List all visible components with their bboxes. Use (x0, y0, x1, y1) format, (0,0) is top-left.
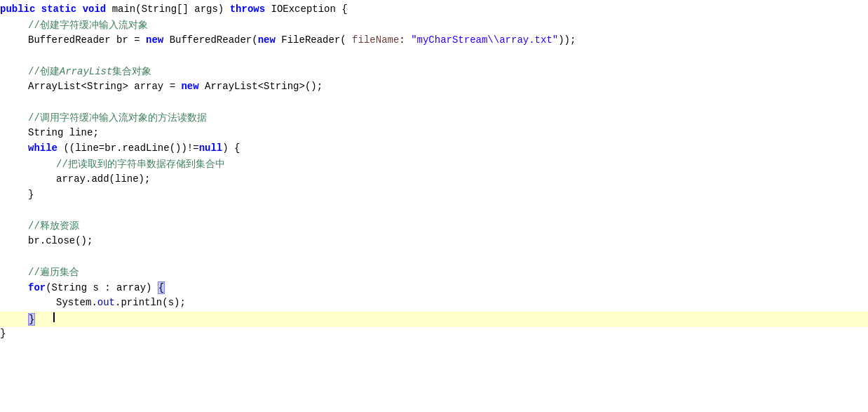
code-token: String line; (28, 127, 99, 138)
open-brace-highlight: { (158, 281, 165, 294)
code-token: public static void main(String[] args) t… (0, 4, 348, 15)
code-line: String line; (0, 126, 868, 142)
code-line: ArrayList<String> array = new ArrayList<… (0, 80, 868, 95)
code-token: .println(s); (115, 297, 186, 308)
keyword-new3: new (181, 81, 198, 92)
keyword-null: null (199, 142, 223, 154)
code-token: BufferedReader br = (28, 34, 146, 46)
code-token: System. (56, 297, 97, 308)
code-token: : (399, 34, 411, 46)
comment-token: //调用字符缓冲输入流对象的方法读数据 (28, 112, 207, 124)
code-line: } (0, 188, 868, 204)
comment-token: 集合对象 (112, 65, 151, 78)
comment-token: //创建 (28, 65, 60, 78)
keyword-static: static (41, 4, 83, 15)
code-token (35, 314, 53, 325)
code-line: } (0, 327, 868, 343)
keyword-public: public (0, 4, 41, 15)
keyword-new2: new (258, 34, 276, 46)
code-token: ) { (222, 142, 240, 154)
code-line: //创建字符缓冲输入流对象 (0, 18, 868, 34)
code-token: ArrayList<String> array = (28, 81, 181, 92)
code-token: array.add(line); (56, 173, 150, 185)
code-line-blank (0, 204, 868, 219)
code-token: FileReader( (276, 34, 346, 46)
code-line: br.close(); (0, 234, 868, 250)
comment-token: //释放资源 (28, 220, 79, 232)
code-line: System.out.println(s); (0, 296, 868, 312)
code-token: BufferedReader( (163, 34, 257, 46)
method-signature: main(String[] args) (112, 4, 230, 15)
code-token: (String s : array) (46, 282, 158, 293)
keyword-for: for (28, 282, 46, 293)
code-line: //调用字符缓冲输入流对象的方法读数据 (0, 111, 868, 126)
code-token: )); (558, 34, 576, 46)
param-name-token: fileName (346, 34, 400, 46)
comment-token: //遍历集合 (28, 266, 79, 279)
code-token: } (28, 189, 34, 200)
exception-type: IOException { (265, 4, 348, 15)
code-line: //遍历集合 (0, 265, 868, 281)
code-line: //释放资源 (0, 219, 868, 234)
code-editor: public static void main(String[] args) t… (0, 0, 868, 412)
keyword-new: new (146, 34, 163, 46)
code-token: } (0, 328, 6, 339)
code-line: public static void main(String[] args) t… (0, 3, 868, 18)
code-line: array.add(line); (0, 173, 868, 188)
code-token: br.close(); (28, 235, 93, 246)
code-line: //把读取到的字符串数据存储到集合中 (0, 157, 868, 173)
keyword-void: void (83, 4, 112, 15)
code-line-highlighted: } (0, 312, 868, 327)
code-token: ((line=br.readLine())!= (57, 142, 199, 154)
string-token: "myCharStream\\array.txt" (411, 34, 558, 46)
keyword-throws: throws (230, 4, 265, 15)
code-line: //创建ArrayList集合对象 (0, 65, 868, 80)
code-line-blank (0, 250, 868, 265)
close-brace-highlight: } (28, 313, 35, 326)
field-out: out (97, 297, 115, 308)
keyword-while: while (28, 142, 57, 154)
code-line-blank (0, 95, 868, 111)
comment-token: //把读取到的字符串数据存储到集合中 (56, 158, 225, 171)
text-cursor (53, 312, 55, 322)
code-line: while ((line=br.readLine())!=null) { (0, 142, 868, 157)
code-line-blank (0, 49, 868, 65)
comment-token: //创建字符缓冲输入流对象 (28, 19, 148, 32)
code-token: ArrayList<String>(); (199, 81, 323, 92)
code-line: for(String s : array) { (0, 281, 868, 296)
comment-italic-token: ArrayList (60, 66, 113, 77)
code-line: BufferedReader br = new BufferedReader(n… (0, 34, 868, 49)
